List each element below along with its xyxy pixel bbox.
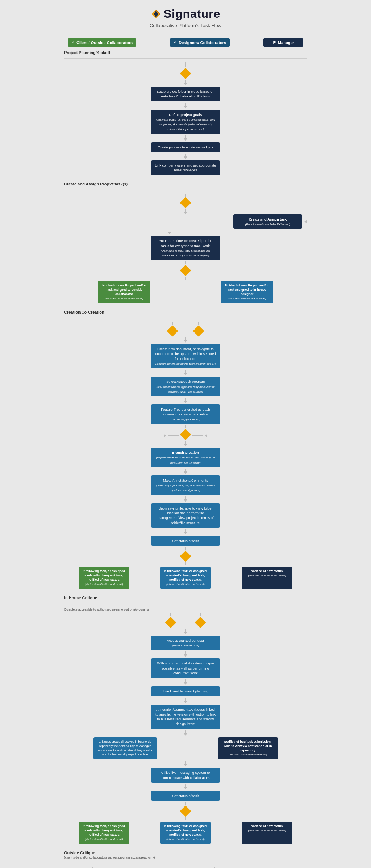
critiques-directives-inhouse: Critiques create directives in bug/to-do…: [93, 737, 157, 760]
if-following-left-inhouse: If following task, or assigned a related…: [79, 822, 129, 844]
create-assign-task-box: Create and Assign task (Requirements are…: [233, 214, 302, 229]
logo-text: Signature: [164, 7, 221, 21]
feature-tree-box: Feature Tree generated as each document …: [151, 404, 220, 424]
link-company-users-box: Link company users and set appropriate r…: [151, 160, 220, 175]
swimlane-right-label: Manager: [278, 41, 294, 45]
set-status-inhouse-box: Set status of task: [151, 791, 220, 801]
section-planning: Project Planning/Kickoff: [64, 50, 307, 55]
swimlane-left: ✓ Client / Outside Collaborators: [68, 38, 136, 47]
section-inhouse-sub: Complete accessible to authorised users …: [64, 608, 307, 611]
notified-new-status-inhouse: Notified of new status. (via toast notif…: [242, 822, 292, 844]
set-status-creation-box: Set status of task: [151, 536, 220, 546]
if-following-center-inhouse: If following task, or assigned a related…: [160, 822, 211, 844]
live-messaging-box: Utilize live messaging system to communi…: [151, 768, 220, 783]
section-inhouse: In House Critique: [64, 596, 307, 600]
check-icon: ✓: [71, 40, 75, 45]
section-outside-sub: (client side and/or collaborators withou…: [64, 856, 155, 859]
flag-icon: ⚑: [272, 40, 276, 45]
annotation-linked-box: Annotation/Comments/Critiques linked to …: [151, 705, 220, 729]
save-file-view-box: Upon saving file, able to view folder lo…: [151, 503, 220, 528]
create-process-template-box: Create process template via widgets: [151, 142, 220, 152]
section-planning-label: Project Planning/Kickoff: [64, 50, 110, 55]
notified-bug-inhouse: Notified of bug/task submission; Able to…: [218, 737, 278, 760]
select-autodesk-box: Select Autodesk program (tool set shown …: [151, 377, 220, 396]
branch-creation-box: Branch Creation (experimental versions r…: [151, 448, 220, 467]
section-creation: Creation/Co-Creation: [64, 310, 307, 314]
swimlane-headers: ✓ Client / Outside Collaborators ✓ Desig…: [64, 38, 307, 47]
notified-new-status-creation: Notified of new status. (via toast notif…: [242, 567, 292, 589]
section-assign: Create and Assign Project task(s): [64, 182, 307, 186]
swimlane-center-label: Designers/ Collaborators: [179, 41, 226, 45]
logo-area: Signature: [64, 7, 307, 21]
swimlane-right: ⚑ Manager: [263, 38, 303, 47]
within-program-box: Within program, collaboration critique p…: [151, 658, 220, 678]
section-outside-label: Outside Critique: [64, 851, 155, 855]
section-creation-label: Creation/Co-Creation: [64, 310, 104, 314]
setup-project-folder-box: Setup project folder in cloud based on A…: [151, 87, 220, 101]
if-following-center-creation: If following task, or assigned a related…: [160, 567, 211, 589]
swimlane-center: ✓ Designers/ Collaborators: [170, 38, 230, 47]
check-icon-2: ✓: [174, 40, 177, 45]
diagram: Project Planning/Kickoff Setup project f…: [64, 50, 307, 868]
live-linked-box: Live linked to project planning: [151, 686, 220, 696]
define-project-goals-box: Define project goals (business goals, di…: [151, 110, 220, 134]
automated-timeline-box: Automated timeline created per the tasks…: [151, 236, 220, 260]
access-granted-box: Access granted per user (Refer to sectio…: [151, 636, 220, 650]
logo-icon: [151, 9, 161, 19]
notified-outside-collab-box: Notified of new Project and/or Task assi…: [98, 281, 150, 303]
header: Signature Collaborative Platform's Task …: [64, 0, 307, 32]
notified-inhouse-designer-box: Notified of new Project and/or Task assi…: [221, 281, 273, 303]
section-assign-label: Create and Assign Project task(s): [64, 182, 128, 186]
subtitle: Collaborative Platform's Task Flow: [64, 23, 307, 28]
section-inhouse-label: In House Critique: [64, 596, 97, 600]
if-following-left-creation: If following task, or assigned a related…: [79, 567, 129, 589]
section-outside: Outside Critique (client side and/or col…: [64, 851, 307, 859]
make-annotations-box: Make Annotations/Comments (linked to pro…: [151, 475, 220, 495]
create-navigate-doc-box: Create new document, or navigate to docu…: [151, 344, 220, 368]
swimlane-left-label: Client / Outside Collaborators: [76, 41, 133, 45]
